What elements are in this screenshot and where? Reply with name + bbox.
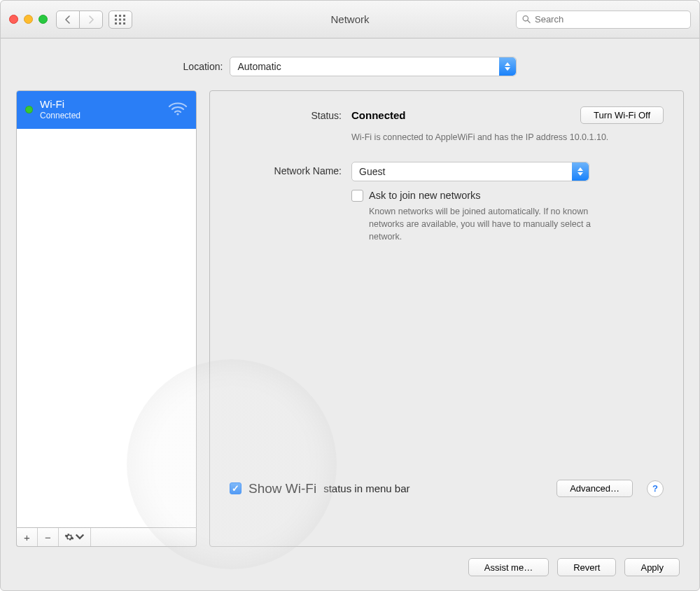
- show-status-checkbox[interactable]: [230, 482, 241, 494]
- gear-icon: [64, 532, 74, 542]
- interface-item-text: Wi-Fi Connected: [40, 98, 80, 120]
- preferences-window: Network Location: Automatic Wi-Fi Connec…: [0, 0, 700, 591]
- network-name-dropdown[interactable]: Guest: [351, 162, 589, 181]
- svg-rect-8: [123, 22, 125, 25]
- network-name-row: Network Name: Guest Ask to join new netw…: [230, 162, 664, 243]
- search-field[interactable]: [516, 11, 691, 29]
- forward-button[interactable]: [79, 11, 103, 29]
- interface-item-wifi[interactable]: Wi-Fi Connected: [17, 91, 196, 129]
- location-dropdown[interactable]: Automatic: [230, 57, 517, 76]
- close-window-button[interactable]: [9, 15, 18, 24]
- interface-status: Connected: [40, 111, 80, 120]
- interface-list-footer: + −: [16, 528, 197, 547]
- show-status-text: status in menu bar: [323, 482, 410, 494]
- status-description: Wi-Fi is connected to AppleWiFi and has …: [351, 131, 617, 144]
- network-name-label: Network Name:: [230, 162, 342, 176]
- ask-join-checkbox[interactable]: [351, 190, 363, 202]
- status-dot-icon: [25, 106, 33, 113]
- window-controls: [9, 15, 48, 24]
- svg-point-11: [176, 113, 178, 115]
- svg-rect-6: [115, 22, 117, 25]
- back-button[interactable]: [56, 11, 80, 29]
- status-row: Status: Connected Turn Wi-Fi Off: [230, 106, 664, 124]
- svg-rect-2: [123, 15, 125, 17]
- zoom-window-button[interactable]: [38, 15, 48, 24]
- remove-interface-button[interactable]: −: [38, 528, 59, 546]
- help-button[interactable]: ?: [647, 480, 664, 497]
- status-value: Connected: [351, 109, 406, 121]
- assist-button[interactable]: Assist me…: [468, 558, 549, 576]
- advanced-button[interactable]: Advanced…: [556, 480, 633, 497]
- interface-name: Wi-Fi: [40, 98, 80, 111]
- svg-line-10: [528, 20, 531, 23]
- interface-list: Wi-Fi Connected: [16, 90, 197, 528]
- revert-button[interactable]: Revert: [557, 558, 616, 576]
- svg-rect-5: [123, 18, 125, 20]
- bottom-buttons: Assist me… Revert Apply: [1, 547, 699, 590]
- interface-actions-button[interactable]: [59, 528, 91, 546]
- search-icon: [522, 15, 531, 24]
- detail-panel: Status: Connected Turn Wi-Fi Off Wi-Fi i…: [209, 90, 684, 547]
- add-interface-button[interactable]: +: [17, 528, 38, 546]
- svg-rect-7: [119, 22, 121, 25]
- chevron-updown-icon: [499, 57, 516, 76]
- interface-sidebar: Wi-Fi Connected + −: [16, 90, 197, 547]
- ask-join-row: Ask to join new networks Known networks …: [351, 190, 664, 243]
- location-value: Automatic: [237, 61, 281, 72]
- svg-rect-4: [119, 18, 121, 20]
- titlebar: Network: [1, 1, 699, 39]
- show-all-button[interactable]: [108, 11, 132, 29]
- content: Wi-Fi Connected + − Status:: [1, 90, 699, 547]
- svg-rect-3: [115, 18, 117, 20]
- apply-button[interactable]: Apply: [624, 558, 680, 576]
- location-row: Location: Automatic: [1, 39, 699, 90]
- ask-join-label: Ask to join new networks: [369, 190, 621, 201]
- chevron-down-icon: [75, 532, 85, 542]
- wifi-icon: [168, 101, 188, 118]
- toggle-wifi-button[interactable]: Turn Wi-Fi Off: [580, 106, 664, 124]
- search-input[interactable]: [535, 14, 685, 25]
- show-status-text-large: Show Wi-Fi: [248, 481, 316, 496]
- minimize-window-button[interactable]: [24, 15, 33, 24]
- ask-join-description: Known networks will be joined automatica…: [369, 205, 621, 243]
- network-name-value: Guest: [359, 166, 385, 177]
- nav-buttons: [56, 11, 103, 29]
- status-label: Status:: [230, 106, 342, 121]
- svg-rect-1: [119, 15, 121, 17]
- svg-rect-0: [115, 15, 117, 17]
- chevron-updown-icon: [572, 162, 589, 181]
- show-status-row: Show Wi-Fi status in menu bar Advanced… …: [230, 480, 664, 497]
- location-label: Location:: [183, 61, 223, 72]
